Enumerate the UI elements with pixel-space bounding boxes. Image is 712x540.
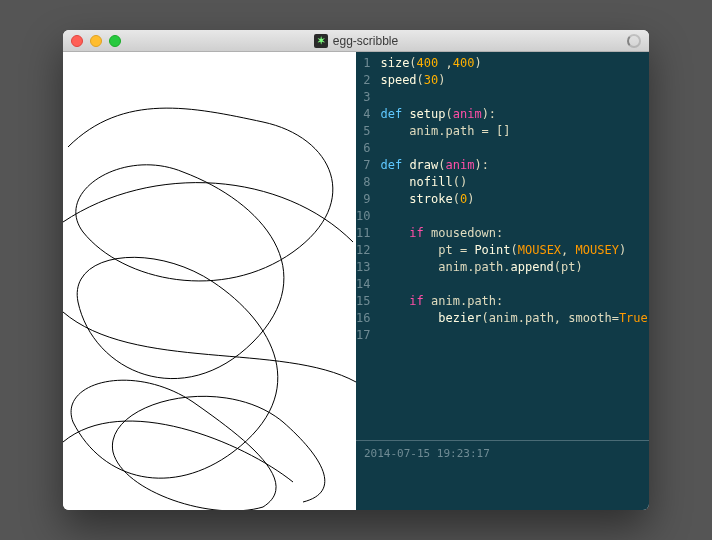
code-line[interactable]: size(400 ,400) <box>380 55 649 72</box>
line-number: 11 <box>356 225 370 242</box>
scribble-output <box>63 52 356 510</box>
line-number: 2 <box>356 72 370 89</box>
line-number: 8 <box>356 174 370 191</box>
code-line[interactable] <box>380 327 649 344</box>
status-timestamp: 2014-07-15 19:23:17 <box>364 447 490 460</box>
code-line[interactable]: stroke(0) <box>380 191 649 208</box>
titlebar[interactable]: ✶ egg-scribble <box>63 30 649 52</box>
line-number: 14 <box>356 276 370 293</box>
code-line[interactable] <box>380 276 649 293</box>
line-number: 5 <box>356 123 370 140</box>
code-line[interactable]: if mousedown: <box>380 225 649 242</box>
line-number: 16 <box>356 310 370 327</box>
code-line[interactable] <box>380 140 649 157</box>
line-number: 6 <box>356 140 370 157</box>
drawing-canvas[interactable] <box>63 52 356 510</box>
code-line[interactable]: nofill() <box>380 174 649 191</box>
line-number: 9 <box>356 191 370 208</box>
line-number: 1 <box>356 55 370 72</box>
code-line[interactable] <box>380 208 649 225</box>
line-gutter: 1234567891011121314151617 <box>356 55 376 440</box>
code-line[interactable]: anim.path.append(pt) <box>380 259 649 276</box>
code-line[interactable]: pt = Point(MOUSEX, MOUSEY) <box>380 242 649 259</box>
window-title: ✶ egg-scribble <box>63 34 649 48</box>
line-number: 17 <box>356 327 370 344</box>
code-line[interactable]: speed(30) <box>380 72 649 89</box>
minimize-icon[interactable] <box>90 35 102 47</box>
line-number: 13 <box>356 259 370 276</box>
title-text: egg-scribble <box>333 34 398 48</box>
code-editor[interactable]: 1234567891011121314151617 size(400 ,400)… <box>356 52 649 510</box>
line-number: 4 <box>356 106 370 123</box>
activity-spinner-icon <box>627 34 641 48</box>
line-number: 7 <box>356 157 370 174</box>
status-bar: 2014-07-15 19:23:17 <box>356 440 649 510</box>
code-line[interactable]: bezier(anim.path, smooth=True) <box>380 310 649 327</box>
line-number: 10 <box>356 208 370 225</box>
zoom-icon[interactable] <box>109 35 121 47</box>
app-icon: ✶ <box>314 34 328 48</box>
close-icon[interactable] <box>71 35 83 47</box>
code-lines[interactable]: size(400 ,400)speed(30) def setup(anim):… <box>376 55 649 440</box>
line-number: 3 <box>356 89 370 106</box>
content-area: 1234567891011121314151617 size(400 ,400)… <box>63 52 649 510</box>
app-window: ✶ egg-scribble 1234567891011121314151617… <box>63 30 649 510</box>
code-line[interactable]: if anim.path: <box>380 293 649 310</box>
code-line[interactable]: def draw(anim): <box>380 157 649 174</box>
code-line[interactable]: def setup(anim): <box>380 106 649 123</box>
code-area[interactable]: 1234567891011121314151617 size(400 ,400)… <box>356 52 649 440</box>
code-line[interactable]: anim.path = [] <box>380 123 649 140</box>
code-line[interactable] <box>380 89 649 106</box>
traffic-lights <box>71 35 121 47</box>
line-number: 15 <box>356 293 370 310</box>
line-number: 12 <box>356 242 370 259</box>
